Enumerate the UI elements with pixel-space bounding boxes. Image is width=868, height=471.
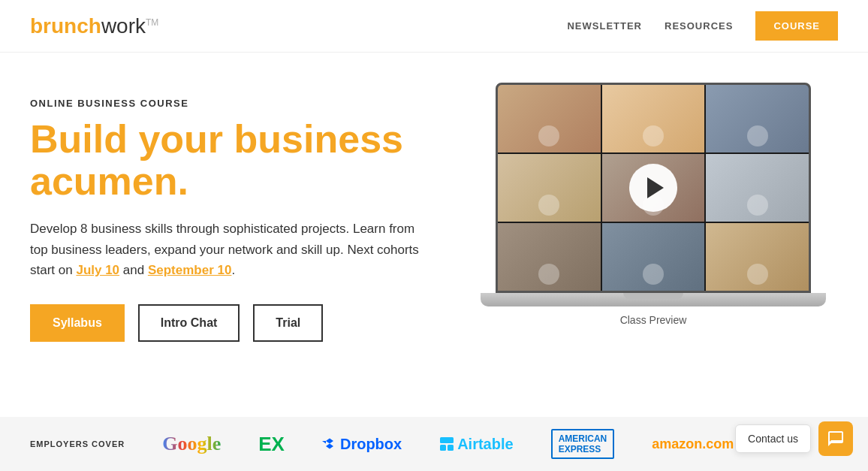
logo: brunchworkTM (30, 14, 158, 38)
play-icon (647, 177, 664, 198)
video-cell-8 (602, 223, 705, 291)
amex-logo-container: AMERICANEXPRESS (551, 429, 615, 459)
logo-work: work (101, 14, 146, 38)
page-description: Develop 8 business skills through sophis… (30, 219, 436, 280)
svg-rect-2 (448, 445, 454, 451)
amex-logo: AMERICANEXPRESS (551, 429, 615, 459)
class-preview-label: Class Preview (620, 314, 687, 326)
description-mid: and (119, 263, 148, 277)
video-cell-3 (706, 85, 809, 152)
dropbox-logo: Dropbox (322, 436, 402, 453)
video-cell-6 (706, 154, 809, 222)
amazon-logo-container: amazon.com (652, 436, 734, 452)
page-headline: Build your business acumen. (30, 118, 436, 202)
header: brunchworkTM NEWSLETTER RESOURCES COURSE (0, 0, 868, 53)
nav-newsletter[interactable]: NEWSLETTER (567, 20, 642, 32)
dropbox-text: Dropbox (340, 436, 402, 453)
airtable-icon (439, 436, 454, 451)
date2-link[interactable]: September 10 (148, 263, 232, 277)
ex-logo: EX (258, 433, 285, 456)
dropbox-icon (322, 436, 337, 451)
nav-resources[interactable]: RESOURCES (665, 20, 733, 32)
video-cell-4 (498, 154, 601, 222)
laptop-base (481, 293, 826, 306)
laptop-container (481, 83, 826, 306)
airtable-text: Airtable (457, 436, 513, 453)
google-logo-container: Google (162, 433, 221, 455)
date1-link[interactable]: July 10 (76, 263, 119, 277)
svg-rect-0 (440, 437, 454, 443)
google-logo: Google (162, 433, 221, 455)
left-column: ONLINE BUSINESS COURSE Build your busine… (30, 83, 436, 342)
laptop-screen (496, 83, 811, 293)
contact-widget: Contact us (735, 421, 853, 456)
airtable-logo: Airtable (439, 436, 513, 453)
logo-tm: TM (146, 17, 158, 27)
syllabus-button[interactable]: Syllabus (30, 304, 125, 342)
page-subtitle: ONLINE BUSINESS COURSE (30, 98, 436, 109)
svg-rect-1 (440, 445, 446, 451)
chat-icon (827, 430, 845, 448)
contact-bubble[interactable]: Contact us (735, 424, 811, 453)
description-suffix: . (231, 263, 235, 277)
main-content: ONLINE BUSINESS COURSE Build your busine… (0, 53, 868, 342)
right-column: Class Preview (481, 83, 826, 326)
play-button[interactable] (629, 164, 677, 212)
employers-label: EMPLOYERS COVER (30, 439, 125, 448)
trial-button[interactable]: Trial (253, 304, 323, 342)
cta-buttons: Syllabus Intro Chat Trial (30, 304, 436, 342)
video-cell-7 (498, 223, 601, 291)
contact-chat-button[interactable] (818, 421, 853, 456)
video-cell-9 (706, 223, 809, 291)
video-cell-2 (602, 85, 705, 152)
logo-brunch: brunch (30, 14, 101, 38)
laptop-notch (623, 293, 683, 299)
nav: NEWSLETTER RESOURCES COURSE (567, 11, 838, 41)
nav-course-button[interactable]: COURSE (755, 11, 838, 41)
video-cell-1 (498, 85, 601, 152)
amazon-logo: amazon.com (652, 436, 734, 452)
ex-logo-container: EX (258, 433, 285, 456)
intro-chat-button[interactable]: Intro Chat (138, 304, 240, 342)
